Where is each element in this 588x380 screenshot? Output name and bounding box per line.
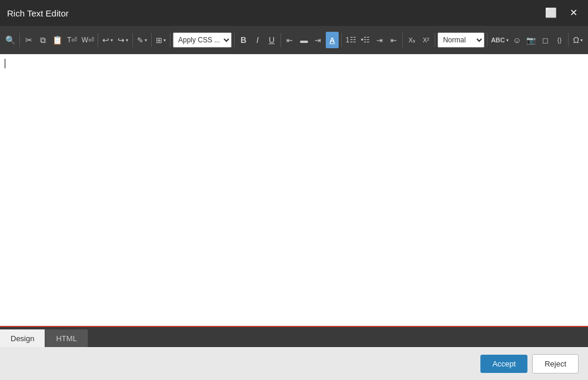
paste-word-icon: W⏎ xyxy=(82,36,94,44)
reject-button[interactable]: Reject xyxy=(532,354,579,374)
special-chars-button[interactable]: Ω xyxy=(571,32,584,48)
align-center-button[interactable]: ▬ xyxy=(298,32,310,48)
cut-icon: ✂ xyxy=(25,35,32,45)
copy-button[interactable]: ⧉ xyxy=(36,32,49,48)
tab-html-label: HTML xyxy=(56,334,76,343)
token-icon: {} xyxy=(557,36,562,44)
separator-2 xyxy=(98,33,98,47)
superscript-button[interactable]: X² xyxy=(419,32,432,48)
restore-button[interactable]: ⬜ xyxy=(542,7,560,19)
placeholder-icon: ◻ xyxy=(542,36,549,45)
outdent-icon: ⇤ xyxy=(390,36,397,45)
subscript-icon: X₂ xyxy=(409,36,415,44)
bold-button[interactable]: B xyxy=(237,32,250,48)
find-icon: 🔍 xyxy=(5,35,15,45)
separator-11 xyxy=(487,33,487,47)
window-title: Rich Text Editor xyxy=(7,8,542,18)
align-right-button[interactable]: ⇥ xyxy=(312,32,325,48)
format-button[interactable]: ✎ xyxy=(135,32,149,48)
format-dropdown[interactable]: Normal Heading 1 Heading 2 Heading 3 xyxy=(437,32,485,48)
indent-button[interactable]: ⇥ xyxy=(373,32,386,48)
accept-button[interactable]: Accept xyxy=(480,355,527,373)
align-right-icon: ⇥ xyxy=(315,36,321,45)
title-bar: Rich Text Editor ⬜ ✕ xyxy=(0,0,588,26)
find-button[interactable]: 🔍 xyxy=(4,32,17,48)
align-left-button[interactable]: ⇤ xyxy=(283,32,296,48)
italic-icon: I xyxy=(256,35,259,45)
italic-button[interactable]: I xyxy=(251,32,264,48)
highlight-icon: A xyxy=(329,36,335,45)
paste-text-button[interactable]: T⏎ xyxy=(65,32,79,48)
tab-html[interactable]: HTML xyxy=(45,329,88,347)
rich-text-editor-window: Rich Text Editor ⬜ ✕ 🔍 ✂ ⧉ 📋 T⏎ W⏎ xyxy=(0,0,588,380)
smiley-icon: ☺ xyxy=(513,35,521,45)
tab-design-label: Design xyxy=(11,334,34,343)
underline-icon: U xyxy=(269,35,275,45)
undo-button[interactable]: ↩ xyxy=(101,32,115,48)
redo-button[interactable]: ↪ xyxy=(116,32,130,48)
separator-6 xyxy=(234,33,235,47)
underline-button[interactable]: U xyxy=(265,32,278,48)
table-icon: ⊞ xyxy=(156,36,162,45)
separator-9 xyxy=(402,33,403,47)
outdent-button[interactable]: ⇤ xyxy=(387,32,400,48)
align-center-icon: ▬ xyxy=(300,36,308,45)
special-chars-icon: Ω xyxy=(573,35,579,45)
paste-button[interactable]: 📋 xyxy=(51,32,64,48)
paste-word-button[interactable]: W⏎ xyxy=(80,32,95,48)
smiley-button[interactable]: ☺ xyxy=(510,32,523,48)
separator-12 xyxy=(568,33,569,47)
image-button[interactable]: 📷 xyxy=(524,32,537,48)
highlight-button[interactable]: A xyxy=(326,32,339,48)
image-icon: 📷 xyxy=(526,36,536,45)
paste-text-icon: T⏎ xyxy=(67,36,77,44)
paste-icon: 📋 xyxy=(52,35,62,45)
copy-icon: ⧉ xyxy=(40,35,46,45)
editor-cursor xyxy=(5,59,5,68)
ordered-list-button[interactable]: 1☷ xyxy=(344,32,358,48)
token-button[interactable]: {} xyxy=(553,32,566,48)
unordered-list-icon: •☷ xyxy=(361,36,370,44)
separator-3 xyxy=(132,33,133,47)
separator-1 xyxy=(19,33,20,47)
spellcheck-icon: ABC xyxy=(491,36,505,44)
redo-icon: ↪ xyxy=(118,35,125,45)
spellcheck-button[interactable]: ABC xyxy=(490,32,509,48)
table-button[interactable]: ⊞ xyxy=(154,32,168,48)
css-dropdown[interactable]: Apply CSS ... xyxy=(173,32,232,48)
cut-button[interactable]: ✂ xyxy=(22,32,35,48)
align-left-icon: ⇤ xyxy=(286,36,293,45)
tab-bar: Design HTML xyxy=(0,326,588,347)
window-controls: ⬜ ✕ xyxy=(542,7,581,19)
ordered-list-icon: 1☷ xyxy=(346,36,356,44)
separator-4 xyxy=(151,33,152,47)
placeholder-button[interactable]: ◻ xyxy=(539,32,552,48)
separator-7 xyxy=(280,33,281,47)
undo-icon: ↩ xyxy=(102,35,109,45)
footer: Accept Reject xyxy=(0,347,588,380)
bold-icon: B xyxy=(240,35,246,45)
format-icon: ✎ xyxy=(137,36,143,45)
subscript-button[interactable]: X₂ xyxy=(405,32,418,48)
separator-10 xyxy=(435,33,435,47)
indent-icon: ⇥ xyxy=(376,36,383,45)
editor-content-area[interactable] xyxy=(0,54,588,326)
tab-design[interactable]: Design xyxy=(0,329,45,347)
superscript-icon: X² xyxy=(423,36,429,44)
separator-5 xyxy=(170,33,171,47)
toolbar: 🔍 ✂ ⧉ 📋 T⏎ W⏎ ↩ ↪ xyxy=(0,26,588,54)
unordered-list-button[interactable]: •☷ xyxy=(359,32,372,48)
close-button[interactable]: ✕ xyxy=(566,7,581,19)
separator-8 xyxy=(341,33,342,47)
